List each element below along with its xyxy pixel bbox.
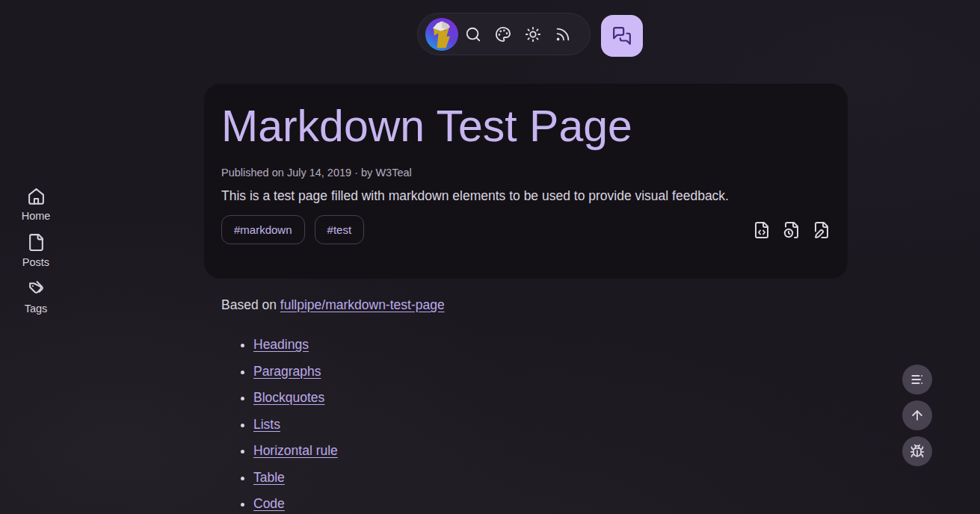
sidebar-item-tags[interactable]: Tags bbox=[12, 279, 60, 315]
theme-palette-button[interactable] bbox=[488, 13, 518, 55]
rss-icon bbox=[555, 26, 571, 43]
based-on-prefix: Based on bbox=[221, 297, 277, 312]
publish-date: July 14, 2019 bbox=[287, 167, 351, 179]
arrow-up-icon bbox=[910, 408, 925, 423]
based-on-link[interactable]: fullpipe/markdown-test-page bbox=[280, 297, 445, 312]
list-item: Horizontal rule bbox=[253, 443, 842, 459]
toc-link-paragraphs[interactable]: Paragraphs bbox=[253, 364, 321, 379]
post-description: This is a test page filled with markdown… bbox=[221, 188, 830, 204]
home-icon bbox=[27, 187, 46, 205]
post-meta: Published on July 14, 2019 · by W3Teal bbox=[221, 167, 830, 179]
tag-chip-markdown[interactable]: #markdown bbox=[221, 215, 305, 244]
based-on-line: Based on fullpipe/markdown-test-page bbox=[221, 297, 842, 313]
toc-link-lists[interactable]: Lists bbox=[253, 417, 280, 432]
top-nav-pill bbox=[417, 13, 591, 55]
post-actions bbox=[753, 221, 830, 239]
file-code-icon bbox=[753, 221, 771, 239]
light-mode-button[interactable] bbox=[518, 13, 548, 55]
toc-link-headings[interactable]: Headings bbox=[253, 337, 309, 352]
sidebar-item-label: Tags bbox=[25, 303, 48, 315]
file-clock-icon bbox=[783, 221, 801, 239]
table-of-contents-button[interactable] bbox=[902, 365, 932, 394]
scroll-to-top-button[interactable] bbox=[902, 400, 932, 430]
palette-icon bbox=[495, 26, 511, 43]
toc-link-table[interactable]: Table bbox=[253, 470, 285, 485]
rss-feed-button[interactable] bbox=[548, 13, 578, 55]
list-item: Blockquotes bbox=[253, 390, 842, 406]
sidebar-item-posts[interactable]: Posts bbox=[12, 233, 60, 268]
author-name: W3Teal bbox=[375, 167, 411, 179]
site-logo-icon bbox=[425, 18, 458, 51]
toc-link-horizontal-rule[interactable]: Horizontal rule bbox=[253, 443, 338, 458]
table-of-contents-list: Headings Paragraphs Blockquotes Lists Ho… bbox=[221, 337, 842, 512]
file-icon bbox=[27, 233, 46, 252]
tag-chip-test[interactable]: #test bbox=[315, 215, 365, 244]
post-header-card: Markdown Test Page Published on July 14,… bbox=[204, 84, 848, 279]
tag-row: #markdown #test bbox=[221, 215, 830, 244]
list-item: Headings bbox=[253, 337, 842, 353]
floating-buttons bbox=[902, 365, 932, 466]
list-item: Paragraphs bbox=[253, 364, 842, 380]
article-content: Based on fullpipe/markdown-test-page Hea… bbox=[221, 297, 842, 514]
search-button[interactable] bbox=[458, 13, 488, 55]
view-source-button[interactable] bbox=[753, 221, 771, 239]
sidebar-item-label: Posts bbox=[22, 256, 49, 268]
comments-button[interactable] bbox=[601, 15, 643, 57]
sun-icon bbox=[525, 26, 541, 43]
toc-link-blockquotes[interactable]: Blockquotes bbox=[253, 390, 324, 405]
bug-icon bbox=[910, 444, 925, 459]
page-title: Markdown Test Page bbox=[221, 102, 830, 151]
bug-report-button[interactable] bbox=[902, 436, 932, 466]
sidebar-item-home[interactable]: Home bbox=[12, 187, 60, 222]
search-icon bbox=[465, 26, 481, 43]
edit-page-button[interactable] bbox=[813, 221, 830, 239]
chat-bubbles-icon bbox=[612, 26, 632, 46]
view-history-button[interactable] bbox=[783, 221, 801, 239]
tags-icon bbox=[27, 279, 46, 298]
list-item: Lists bbox=[253, 417, 842, 433]
byline-separator: · by bbox=[354, 167, 372, 179]
published-prefix: Published on bbox=[221, 167, 284, 179]
sidebar-item-label: Home bbox=[22, 210, 51, 222]
left-sidebar: Home Posts Tags bbox=[12, 187, 60, 315]
toc-link-code[interactable]: Code bbox=[253, 496, 285, 511]
table-of-contents-icon bbox=[910, 372, 925, 387]
list-item: Code bbox=[253, 496, 842, 512]
file-pen-icon bbox=[813, 221, 830, 239]
site-logo-avatar[interactable] bbox=[425, 18, 458, 51]
list-item: Table bbox=[253, 470, 842, 486]
